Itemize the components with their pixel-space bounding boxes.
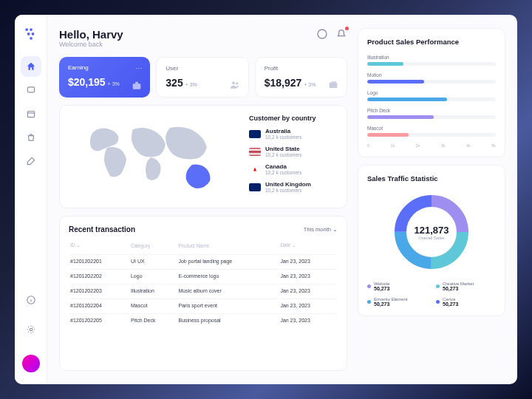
country-sub: 10,2 k customers bbox=[265, 134, 302, 140]
user-avatar[interactable] bbox=[22, 355, 40, 372]
stat-value: $20,195 bbox=[68, 76, 106, 88]
stat-value: 325 bbox=[166, 77, 183, 89]
svg-rect-6 bbox=[27, 112, 34, 117]
table-row[interactable]: #1201202202LogoE-commerce logoJan 23, 20… bbox=[70, 269, 336, 282]
bar-label: Mascot bbox=[367, 126, 496, 131]
country-item[interactable]: Canada10,2 k customers bbox=[249, 163, 338, 175]
stats-row: ⋯ Earning $20,195+ 3% User 325+ 3% Profi… bbox=[59, 57, 347, 98]
panel-title: Sales Traffic Statistic bbox=[367, 174, 496, 183]
bar-label: Logo bbox=[367, 90, 496, 95]
legend-item: Canva50,273 bbox=[436, 297, 496, 307]
world-map bbox=[69, 115, 242, 199]
flag-icon bbox=[249, 183, 261, 191]
wallet-icon bbox=[327, 79, 339, 91]
country-name: United State bbox=[265, 146, 302, 152]
country-title: Customer by country bbox=[249, 115, 338, 122]
country-item[interactable]: United State10,2 k customers bbox=[249, 146, 338, 157]
donut-legend: Website50,273Creative Market50,273Envant… bbox=[367, 282, 496, 307]
nav-chat[interactable] bbox=[21, 80, 41, 100]
stat-user[interactable]: User 325+ 3% bbox=[156, 57, 248, 98]
stat-earning[interactable]: ⋯ Earning $20,195+ 3% bbox=[59, 57, 150, 98]
nav-bag[interactable] bbox=[21, 127, 41, 148]
bar-label: Pitch Deck bbox=[367, 108, 496, 113]
briefcase-icon bbox=[131, 80, 143, 92]
donut-chart: 121,873 Overall Sales bbox=[391, 191, 472, 273]
donut-label: Overall Sales bbox=[415, 236, 449, 240]
country-item[interactable]: Australia10,2 k customers bbox=[249, 128, 338, 140]
transactions-title: Recent transaction bbox=[69, 225, 135, 233]
users-icon bbox=[229, 79, 241, 91]
table-row[interactable]: #1201202204MascotParis sport eventJan 23… bbox=[70, 299, 336, 312]
col-category: Category bbox=[131, 242, 177, 253]
nav-info[interactable] bbox=[21, 290, 41, 310]
col-id[interactable]: ID ⌄ bbox=[70, 242, 129, 253]
bar-label: Motion bbox=[367, 72, 496, 78]
svg-rect-2 bbox=[27, 33, 30, 35]
svg-point-12 bbox=[236, 82, 238, 84]
nav-calendar[interactable] bbox=[21, 103, 41, 124]
bar-item: Mascot bbox=[367, 126, 496, 137]
panel-title: Product Sales Performance bbox=[367, 38, 496, 46]
bar-item: Motion bbox=[367, 72, 496, 83]
bar-item: Logo bbox=[367, 90, 496, 101]
country-sub: 10,2 k customers bbox=[265, 152, 302, 157]
notifications-icon[interactable] bbox=[335, 28, 347, 40]
legend-item: Creative Market50,273 bbox=[436, 282, 496, 291]
col-product: Product Name bbox=[178, 242, 279, 253]
nav-edit[interactable] bbox=[21, 151, 41, 171]
country-name: Australia bbox=[265, 128, 302, 134]
legend-item: Website50,273 bbox=[367, 282, 427, 291]
greeting-subtitle: Welcome back bbox=[59, 41, 123, 48]
svg-rect-4 bbox=[30, 37, 32, 39]
logo-icon bbox=[24, 27, 38, 41]
legend-item: Envanto Element50,273 bbox=[367, 297, 427, 307]
svg-rect-5 bbox=[27, 87, 34, 92]
page-header: Hello, Harvy Welcome back bbox=[59, 28, 347, 48]
flag-icon bbox=[249, 130, 261, 138]
notification-dot bbox=[345, 27, 349, 30]
svg-rect-1 bbox=[30, 29, 32, 31]
stat-change: + 3% bbox=[185, 82, 197, 87]
main-content: Hello, Harvy Welcome back ⋯ Earning $20,… bbox=[47, 15, 517, 384]
nav-home[interactable] bbox=[21, 56, 41, 77]
svg-point-8 bbox=[30, 328, 33, 331]
bar-label: Illustration bbox=[367, 55, 496, 60]
svg-rect-0 bbox=[25, 29, 27, 31]
messages-icon[interactable] bbox=[316, 28, 328, 40]
stat-change: + 3% bbox=[108, 81, 120, 86]
country-sub: 10,2 k customers bbox=[265, 170, 302, 175]
bar-item: Pitch Deck bbox=[367, 108, 496, 119]
country-sub: 10,2 k customers bbox=[265, 188, 311, 193]
stat-profit[interactable]: Profit $18,927+ 3% bbox=[255, 57, 347, 98]
sales-traffic-panel: Sales Traffic Statistic 121,873 Overall … bbox=[358, 165, 505, 316]
country-name: United Kingdom bbox=[265, 181, 311, 188]
greeting-title: Hello, Harvy bbox=[59, 28, 123, 41]
app-shell: Hello, Harvy Welcome back ⋯ Earning $20,… bbox=[15, 15, 517, 384]
flag-icon bbox=[249, 148, 261, 156]
more-icon[interactable]: ⋯ bbox=[135, 64, 143, 72]
country-item[interactable]: United Kingdom10,2 k customers bbox=[249, 181, 338, 193]
svg-rect-13 bbox=[330, 83, 338, 88]
sidebar bbox=[15, 15, 47, 384]
stat-label: User bbox=[166, 65, 239, 72]
bar-item: Illustration bbox=[367, 55, 496, 66]
transactions-filter[interactable]: This month ⌄ bbox=[304, 226, 338, 233]
map-card: Customer by country Australia10,2 k cust… bbox=[59, 105, 347, 208]
transactions-card: Recent transaction This month ⌄ ID ⌄ Cat… bbox=[59, 216, 347, 371]
table-row[interactable]: #1201202203IllustrationMusic album cover… bbox=[70, 284, 336, 297]
svg-rect-3 bbox=[31, 33, 33, 35]
stat-label: Earning bbox=[68, 64, 141, 71]
svg-rect-10 bbox=[133, 83, 141, 89]
flag-icon bbox=[249, 166, 261, 174]
country-name: Canada bbox=[265, 163, 302, 170]
sales-performance-panel: Product Sales Performance IllustrationMo… bbox=[358, 28, 505, 157]
bar-axis: 01k2k3k4k5k bbox=[367, 143, 496, 148]
donut-value: 121,873 bbox=[415, 225, 449, 236]
svg-point-11 bbox=[232, 81, 235, 84]
stat-value: $18,927 bbox=[265, 77, 302, 89]
table-row[interactable]: #1201202205Pitch DeckBusiness proposalJa… bbox=[70, 313, 336, 327]
table-row[interactable]: #1201202201UI UXJob portal landing pageJ… bbox=[70, 254, 336, 267]
stat-label: Profit bbox=[265, 65, 338, 72]
nav-settings[interactable] bbox=[21, 319, 41, 340]
col-date[interactable]: Date ⌄ bbox=[280, 242, 336, 253]
